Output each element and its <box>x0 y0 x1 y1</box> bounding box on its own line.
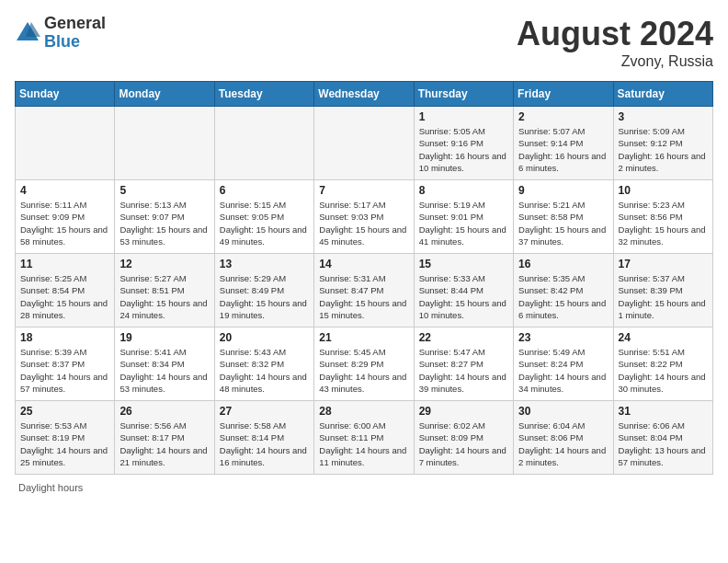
day-info: Sunrise: 5:53 AM Sunset: 8:19 PM Dayligh… <box>20 419 109 468</box>
calendar-cell: 23Sunrise: 5:49 AM Sunset: 8:24 PM Dayli… <box>514 327 613 401</box>
page-header: General Blue August 2024 Zvony, Russia <box>15 15 713 70</box>
day-number: 27 <box>220 405 309 418</box>
calendar-cell: 15Sunrise: 5:33 AM Sunset: 8:44 PM Dayli… <box>414 254 513 327</box>
calendar-cell: 6Sunrise: 5:15 AM Sunset: 9:05 PM Daylig… <box>214 180 313 254</box>
logo-general-text: General <box>44 14 106 32</box>
day-info: Sunrise: 5:45 AM Sunset: 8:29 PM Dayligh… <box>319 346 408 395</box>
calendar-cell: 26Sunrise: 5:56 AM Sunset: 8:17 PM Dayli… <box>115 401 214 475</box>
day-number: 20 <box>220 331 309 344</box>
day-number: 10 <box>619 184 708 197</box>
day-info: Sunrise: 5:27 AM Sunset: 8:51 PM Dayligh… <box>119 272 209 321</box>
title-block: August 2024 Zvony, Russia <box>517 15 713 70</box>
day-header-thursday: Thursday <box>414 82 513 107</box>
calendar-cell: 3Sunrise: 5:09 AM Sunset: 9:12 PM Daylig… <box>613 107 712 180</box>
day-header-monday: Monday <box>115 82 214 107</box>
calendar-cell: 7Sunrise: 5:17 AM Sunset: 9:03 PM Daylig… <box>314 180 414 254</box>
day-info: Sunrise: 5:13 AM Sunset: 9:07 PM Dayligh… <box>119 199 209 247</box>
day-header-friday: Friday <box>514 82 613 107</box>
calendar-cell: 2Sunrise: 5:07 AM Sunset: 9:14 PM Daylig… <box>514 107 613 180</box>
day-info: Sunrise: 5:09 AM Sunset: 9:12 PM Dayligh… <box>619 125 708 174</box>
calendar-cell <box>16 107 115 180</box>
calendar-cell: 27Sunrise: 5:58 AM Sunset: 8:14 PM Dayli… <box>214 401 313 475</box>
day-info: Sunrise: 6:00 AM Sunset: 8:11 PM Dayligh… <box>319 419 408 468</box>
daylight-label: Daylight hours <box>18 482 83 493</box>
day-number: 22 <box>419 331 508 344</box>
day-info: Sunrise: 5:39 AM Sunset: 8:37 PM Dayligh… <box>20 346 109 395</box>
calendar-cell: 25Sunrise: 5:53 AM Sunset: 8:19 PM Dayli… <box>16 401 115 475</box>
calendar-cell: 22Sunrise: 5:47 AM Sunset: 8:27 PM Dayli… <box>414 327 513 401</box>
day-number: 7 <box>319 184 408 197</box>
day-number: 14 <box>319 258 408 270</box>
calendar-cell: 18Sunrise: 5:39 AM Sunset: 8:37 PM Dayli… <box>16 327 115 401</box>
calendar-cell: 5Sunrise: 5:13 AM Sunset: 9:07 PM Daylig… <box>115 180 214 254</box>
day-number: 6 <box>220 184 309 197</box>
calendar-cell: 28Sunrise: 6:00 AM Sunset: 8:11 PM Dayli… <box>314 401 414 475</box>
calendar-cell: 12Sunrise: 5:27 AM Sunset: 8:51 PM Dayli… <box>115 254 214 327</box>
day-info: Sunrise: 6:04 AM Sunset: 8:06 PM Dayligh… <box>518 419 608 468</box>
day-number: 23 <box>518 331 608 344</box>
logo-icon <box>15 20 40 46</box>
day-header-sunday: Sunday <box>16 82 115 107</box>
calendar-cell <box>314 107 414 180</box>
day-info: Sunrise: 5:31 AM Sunset: 8:47 PM Dayligh… <box>319 272 408 321</box>
calendar-cell: 29Sunrise: 6:02 AM Sunset: 8:09 PM Dayli… <box>414 401 513 475</box>
day-header-saturday: Saturday <box>613 82 712 107</box>
header-row: SundayMondayTuesdayWednesdayThursdayFrid… <box>16 82 713 107</box>
day-info: Sunrise: 5:15 AM Sunset: 9:05 PM Dayligh… <box>220 199 309 247</box>
day-number: 24 <box>619 331 708 344</box>
day-number: 31 <box>619 405 708 418</box>
day-info: Sunrise: 5:49 AM Sunset: 8:24 PM Dayligh… <box>518 346 608 395</box>
day-number: 30 <box>518 405 608 418</box>
day-info: Sunrise: 5:21 AM Sunset: 8:58 PM Dayligh… <box>518 199 608 247</box>
day-info: Sunrise: 5:33 AM Sunset: 8:44 PM Dayligh… <box>419 272 508 321</box>
day-number: 17 <box>619 258 708 270</box>
day-number: 12 <box>119 258 209 270</box>
day-number: 4 <box>20 184 109 197</box>
calendar-cell: 10Sunrise: 5:23 AM Sunset: 8:56 PM Dayli… <box>613 180 712 254</box>
day-info: Sunrise: 6:02 AM Sunset: 8:09 PM Dayligh… <box>419 419 508 468</box>
day-number: 3 <box>619 110 708 123</box>
calendar-cell: 20Sunrise: 5:43 AM Sunset: 8:32 PM Dayli… <box>214 327 313 401</box>
day-info: Sunrise: 5:29 AM Sunset: 8:49 PM Dayligh… <box>220 272 309 321</box>
day-number: 1 <box>419 110 508 123</box>
day-info: Sunrise: 5:07 AM Sunset: 9:14 PM Dayligh… <box>518 125 608 174</box>
week-row-1: 1Sunrise: 5:05 AM Sunset: 9:16 PM Daylig… <box>16 107 713 180</box>
day-number: 21 <box>319 331 408 344</box>
day-number: 26 <box>119 405 209 418</box>
day-info: Sunrise: 5:17 AM Sunset: 9:03 PM Dayligh… <box>319 199 408 247</box>
calendar-table: SundayMondayTuesdayWednesdayThursdayFrid… <box>15 81 713 475</box>
day-info: Sunrise: 5:43 AM Sunset: 8:32 PM Dayligh… <box>220 346 309 395</box>
day-number: 11 <box>20 258 109 270</box>
day-info: Sunrise: 5:23 AM Sunset: 8:56 PM Dayligh… <box>619 199 708 247</box>
day-info: Sunrise: 5:37 AM Sunset: 8:39 PM Dayligh… <box>619 272 708 321</box>
calendar-cell: 1Sunrise: 5:05 AM Sunset: 9:16 PM Daylig… <box>414 107 513 180</box>
location-subtitle: Zvony, Russia <box>517 53 713 70</box>
day-number: 28 <box>319 405 408 418</box>
day-number: 16 <box>518 258 608 270</box>
day-info: Sunrise: 6:06 AM Sunset: 8:04 PM Dayligh… <box>619 419 708 468</box>
calendar-cell: 21Sunrise: 5:45 AM Sunset: 8:29 PM Dayli… <box>314 327 414 401</box>
day-number: 15 <box>419 258 508 270</box>
calendar-cell: 19Sunrise: 5:41 AM Sunset: 8:34 PM Dayli… <box>115 327 214 401</box>
calendar-cell: 11Sunrise: 5:25 AM Sunset: 8:54 PM Dayli… <box>16 254 115 327</box>
day-info: Sunrise: 5:41 AM Sunset: 8:34 PM Dayligh… <box>119 346 209 395</box>
calendar-cell: 13Sunrise: 5:29 AM Sunset: 8:49 PM Dayli… <box>214 254 313 327</box>
day-info: Sunrise: 5:11 AM Sunset: 9:09 PM Dayligh… <box>20 199 109 247</box>
day-info: Sunrise: 5:19 AM Sunset: 9:01 PM Dayligh… <box>419 199 508 247</box>
day-info: Sunrise: 5:05 AM Sunset: 9:16 PM Dayligh… <box>419 125 508 174</box>
day-number: 29 <box>419 405 508 418</box>
calendar-cell: 4Sunrise: 5:11 AM Sunset: 9:09 PM Daylig… <box>16 180 115 254</box>
calendar-cell: 30Sunrise: 6:04 AM Sunset: 8:06 PM Dayli… <box>514 401 613 475</box>
day-number: 18 <box>20 331 109 344</box>
day-number: 13 <box>220 258 309 270</box>
day-number: 9 <box>518 184 608 197</box>
footer: Daylight hours <box>15 482 713 493</box>
day-info: Sunrise: 5:51 AM Sunset: 8:22 PM Dayligh… <box>619 346 708 395</box>
calendar-cell: 8Sunrise: 5:19 AM Sunset: 9:01 PM Daylig… <box>414 180 513 254</box>
day-info: Sunrise: 5:47 AM Sunset: 8:27 PM Dayligh… <box>419 346 508 395</box>
calendar-cell <box>115 107 214 180</box>
logo-blue-text: Blue <box>44 32 80 51</box>
calendar-cell: 31Sunrise: 6:06 AM Sunset: 8:04 PM Dayli… <box>613 401 712 475</box>
day-number: 5 <box>119 184 209 197</box>
calendar-cell <box>214 107 313 180</box>
